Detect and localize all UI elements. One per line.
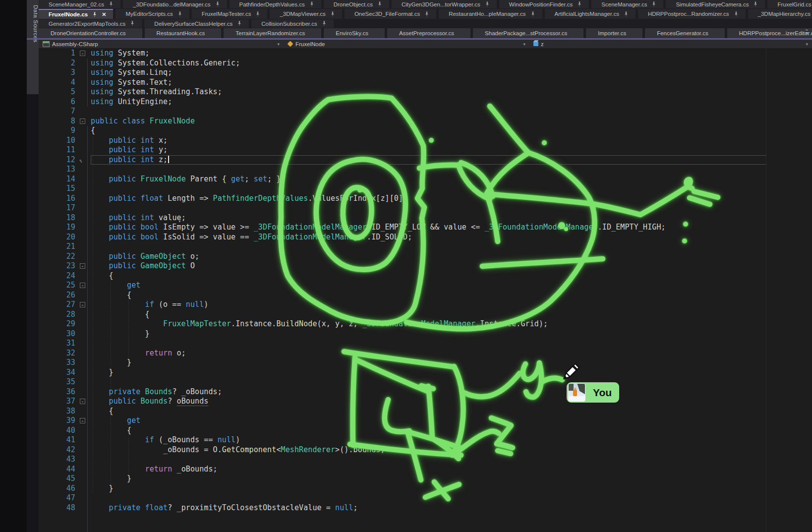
pin-icon[interactable] (753, 1, 758, 7)
code-line-2[interactable]: 2using System.Collections.Generic; (39, 59, 812, 68)
fold-collapse-box[interactable]: - (80, 399, 85, 404)
tab-HDRPPostproce...izerEditor.cs[interactable]: HDRPPostproce...izerEditor.cs (727, 28, 812, 38)
breadcrumb-member[interactable]: z ▾ (529, 40, 812, 48)
fold-margin[interactable]: - (75, 416, 91, 426)
tab-HDRPPostproc...Randomizer.cs[interactable]: HDRPPostproc...Randomizer.cs (638, 9, 746, 19)
tab-FencesGenerator.cs[interactable]: FencesGenerator.cs (645, 28, 725, 38)
code-line-40[interactable]: 40 { (39, 426, 812, 436)
code-line-20[interactable]: 20 public bool IsSolid => value == _3DFo… (39, 233, 812, 242)
code-line-3[interactable]: 3using System.Linq; (39, 68, 812, 78)
tab-OneSec3D_FileFormat.cs[interactable]: OneSec3D_FileFormat.cs (345, 9, 436, 19)
tab-Generator2ExportMapTools.cs[interactable]: Generator2ExportMapTools.cs (39, 19, 142, 28)
tab-RestaurantHo...pleManager.cs[interactable]: RestaurantHo...pleManager.cs (439, 9, 542, 19)
tab-SceneManager_02.cs[interactable]: SceneManager_02.cs (39, 0, 120, 8)
tab-TerrainLayerRandomizer.cs[interactable]: TerrainLayerRandomizer.cs (224, 28, 321, 38)
code-line-28[interactable]: 28 { (39, 310, 812, 320)
pin-icon[interactable] (424, 11, 429, 17)
tab-MyEditorScripts.cs[interactable]: MyEditorScripts.cs (116, 9, 189, 19)
code-line-34[interactable]: 34 } (39, 368, 812, 378)
pin-icon[interactable] (651, 1, 656, 7)
pin-icon[interactable] (734, 11, 739, 17)
code-line-35[interactable]: 35 (39, 377, 812, 387)
fold-margin[interactable]: - (75, 49, 91, 59)
code-line-12[interactable]: 12✎ public int z; (39, 155, 812, 165)
code-line-30[interactable]: 30 } (39, 329, 812, 339)
code-line-43[interactable]: 43 (39, 455, 812, 465)
code-line-8[interactable]: 8-public class FruxelNode (39, 117, 812, 126)
fold-margin[interactable]: - (75, 397, 91, 407)
fold-margin[interactable]: - (75, 261, 91, 271)
pin-icon[interactable] (330, 11, 335, 17)
tab-PathfinderDepthValues.cs[interactable]: PathfinderDepthValues.cs (230, 0, 321, 8)
code-line-18[interactable]: 18 public int value; (39, 213, 812, 223)
code-line-39[interactable]: 39- get (39, 416, 812, 426)
code-line-19[interactable]: 19 public bool IsEmpty => value >= _3DFo… (39, 223, 812, 233)
pin-icon[interactable] (92, 11, 97, 18)
code-line-37[interactable]: 37- public Bounds? oBounds (39, 397, 812, 407)
code-editor[interactable]: 1-using System;2using System.Collections… (39, 48, 812, 532)
code-line-26[interactable]: 26 { (39, 291, 812, 300)
fold-margin[interactable]: - (75, 117, 91, 126)
tab-overflow-icon[interactable]: ▾ (806, 30, 808, 36)
tab-DeliverySurfaceClassHelper.cs[interactable]: DeliverySurfaceClassHelper.cs (144, 19, 249, 28)
tab-WindowPositionFinder.cs[interactable]: WindowPositionFinder.cs (499, 0, 589, 8)
tab-RestaurantHook.cs[interactable]: RestaurantHook.cs (145, 28, 222, 38)
code-line-17[interactable]: 17 (39, 203, 812, 213)
pin-icon[interactable] (109, 1, 114, 7)
tab-_3DMapViewer.cs[interactable]: _3DMapViewer.cs (270, 9, 342, 19)
breadcrumb-type[interactable]: FruxelNode ▾ (284, 40, 529, 48)
pin-icon[interactable] (577, 1, 582, 7)
close-icon[interactable]: ✕ (102, 11, 106, 18)
fold-collapse-box[interactable]: - (80, 418, 85, 423)
fold-collapse-box[interactable]: - (80, 118, 85, 124)
code-line-44[interactable]: 44 return _oBounds; (39, 465, 812, 474)
code-line-7[interactable]: 7 (39, 107, 812, 117)
code-line-25[interactable]: 25- get (39, 281, 812, 291)
code-line-45[interactable]: 45 } (39, 474, 812, 484)
breadcrumb-project[interactable]: Assembly-CSharp ▾ (39, 40, 284, 48)
tab-DroneOrientationController.cs[interactable]: DroneOrientationController.cs (39, 28, 142, 38)
tab-FruxelNode.cs[interactable]: FruxelNode.cs✕ (39, 9, 113, 19)
code-line-15[interactable]: 15 (39, 184, 812, 194)
pin-icon[interactable] (530, 11, 535, 17)
tab-FruxelGrid.cs[interactable]: FruxelGrid.cs (767, 0, 812, 8)
tab-SceneManager.cs[interactable]: SceneManager.cs (591, 0, 663, 8)
code-line-24[interactable]: 24 { (39, 271, 812, 281)
data-sources-vertical-tab[interactable]: Data Sources (27, 0, 39, 94)
code-line-48[interactable]: 48 private float? _proximityToClosestObs… (39, 503, 812, 513)
code-line-31[interactable]: 31 (39, 339, 812, 349)
pin-icon[interactable] (309, 1, 314, 7)
code-line-38[interactable]: 38 { (39, 407, 812, 416)
tab-SimulatedFisheyeCamera.cs[interactable]: SimulatedFisheyeCamera.cs (666, 0, 765, 8)
fold-margin[interactable]: - (75, 281, 91, 291)
pin-icon[interactable] (255, 11, 260, 17)
code-line-32[interactable]: 32 return o; (39, 349, 812, 358)
code-line-42[interactable]: 42 _oBounds = O.GetComponent<MeshRendere… (39, 445, 812, 455)
chevron-down-icon[interactable]: ▾ (277, 42, 280, 47)
code-line-6[interactable]: 6using UnityEngine; (39, 97, 812, 107)
tab-CollisionSubscriber.cs[interactable]: CollisionSubscriber.cs (251, 19, 334, 28)
fold-margin[interactable]: - (75, 300, 91, 310)
code-line-23[interactable]: 23- public GameObject O (39, 261, 812, 271)
tab-_3DMapHierarchy.cs[interactable]: _3DMapHierarchy.cs (748, 9, 812, 19)
pin-icon[interactable] (624, 11, 629, 17)
tab-_3DFoundatio...delManager.cs[interactable]: _3DFoundatio...delManager.cs (123, 0, 227, 8)
chevron-down-icon[interactable]: ▾ (806, 42, 808, 47)
pin-icon[interactable] (215, 1, 220, 7)
fold-collapse-box[interactable]: - (80, 302, 85, 307)
code-line-41[interactable]: 41 if (_oBounds == null) (39, 435, 812, 445)
code-line-1[interactable]: 1-using System; (39, 49, 812, 59)
pin-icon[interactable] (322, 20, 327, 27)
tab-DroneObject.cs[interactable]: DroneObject.cs (324, 0, 389, 8)
code-line-14[interactable]: 14 public FruxelNode Parent { get; set; … (39, 175, 812, 184)
pin-icon[interactable] (377, 1, 382, 7)
code-line-27[interactable]: 27- if (o == null) (39, 300, 812, 310)
fold-collapse-box[interactable]: - (80, 283, 85, 288)
pin-icon[interactable] (237, 20, 242, 27)
tab-ArtificialLightsManager.cs[interactable]: ArtificialLightsManager.cs (545, 9, 636, 19)
code-line-4[interactable]: 4using System.Text; (39, 78, 812, 88)
chevron-down-icon[interactable]: ▾ (523, 42, 525, 47)
code-line-13[interactable]: 13 (39, 165, 812, 175)
tab-CityGen3DGen...torWrapper.cs[interactable]: CityGen3DGen...torWrapper.cs (392, 0, 497, 8)
code-line-33[interactable]: 33 } (39, 358, 812, 368)
